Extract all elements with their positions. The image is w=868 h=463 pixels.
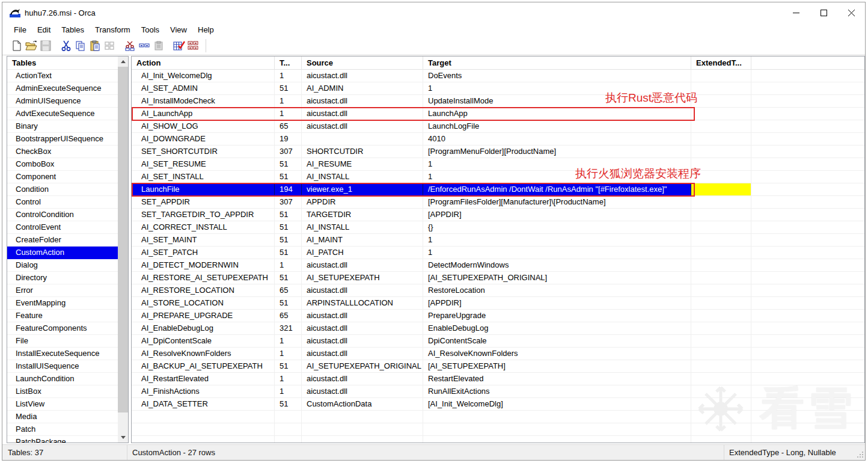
cell-type[interactable]: 194: [275, 183, 302, 195]
cell-target[interactable]: [AI_Init_WelcomeDlg]: [423, 398, 691, 410]
sidebar-item-listbox[interactable]: ListBox: [7, 385, 118, 398]
table-row[interactable]: AI_PREPARE_UPGRADE 65 aicustact.dll Prep…: [132, 310, 864, 322]
cell-source[interactable]: APPDIR: [302, 196, 423, 208]
cell-action[interactable]: AI_BACKUP_AI_SETUPEXEPATH: [132, 360, 275, 372]
cell-type[interactable]: 51: [275, 171, 302, 183]
column-header-action[interactable]: Action: [132, 57, 275, 69]
cell-target[interactable]: DpiContentScale: [423, 335, 691, 347]
cell-source[interactable]: aicustact.dll: [302, 259, 423, 271]
table-row[interactable]: AI_DETECT_MODERNWIN 1 aicustact.dll Dete…: [132, 259, 864, 272]
cell-target[interactable]: RestoreLocation: [423, 284, 691, 296]
cell-extendedtype[interactable]: [691, 108, 751, 120]
cell-target[interactable]: {}: [423, 221, 691, 233]
cell-target[interactable]: RestartElevated: [423, 373, 691, 385]
cell-type[interactable]: 1: [275, 70, 302, 82]
table-row[interactable]: AI_RESTORE_LOCATION 65 aicustact.dll Res…: [132, 284, 864, 297]
cell-target[interactable]: 1: [423, 158, 691, 170]
minimize-button[interactable]: [782, 2, 810, 23]
cell-extendedtype[interactable]: [691, 247, 751, 259]
table-row[interactable]: AI_SET_MAINT 51 AI_MAINT 1: [132, 234, 864, 247]
cell-extendedtype[interactable]: [691, 171, 751, 183]
cell-extendedtype[interactable]: [691, 335, 751, 347]
table-row[interactable]: SET_TARGETDIR_TO_APPDIR 51 TARGETDIR [AP…: [132, 209, 864, 221]
cell-action[interactable]: AI_EnableDebugLog: [132, 322, 275, 334]
cell-target[interactable]: [AI_SETUPEXEPATH_ORIGINAL]: [423, 272, 691, 284]
table-row[interactable]: AI_RESTORE_AI_SETUPEXEPATH 51 AI_SETUPEX…: [132, 272, 864, 284]
cell-target[interactable]: PrepareUpgrade: [423, 310, 691, 322]
sidebar-item-listview[interactable]: ListView: [7, 398, 118, 411]
sidebar-item-createfolder[interactable]: CreateFolder: [7, 234, 118, 247]
cell-type[interactable]: 1: [275, 373, 302, 385]
cell-extendedtype[interactable]: [691, 398, 751, 410]
table-row[interactable]: SET_APPDIR 307 APPDIR [ProgramFilesFolde…: [132, 196, 864, 209]
cell-extendedtype[interactable]: [691, 70, 751, 82]
cell-target[interactable]: LaunchLogFile: [423, 120, 691, 132]
sidebar-item-dialog[interactable]: Dialog: [7, 259, 118, 272]
cell-target[interactable]: 4010: [423, 133, 691, 145]
cell-source[interactable]: AI_PATCH: [302, 247, 423, 259]
cell-source[interactable]: aicustact.dll: [302, 95, 423, 107]
menu-item-tables[interactable]: Tables: [56, 24, 90, 35]
menu-item-tools[interactable]: Tools: [136, 24, 165, 35]
cell-target[interactable]: [ProgramFilesFolder][Manufacturer]\[Prod…: [423, 196, 691, 208]
sidebar-item-controlcondition[interactable]: ControlCondition: [7, 209, 118, 221]
table-row[interactable]: AI_InstallModeCheck 1 aicustact.dll Upda…: [132, 95, 864, 108]
close-button[interactable]: [837, 2, 865, 23]
cell-target[interactable]: [ProgramMenuFolder][ProductName]: [423, 146, 691, 158]
cell-type[interactable]: 307: [275, 196, 302, 208]
cell-type[interactable]: 51: [275, 247, 302, 259]
cell-extendedtype[interactable]: [691, 284, 751, 296]
cell-action[interactable]: AI_SET_MAINT: [132, 234, 275, 246]
menu-item-help[interactable]: Help: [192, 24, 219, 35]
column-header-type[interactable]: T...: [275, 57, 302, 69]
sidebar-item-customaction[interactable]: CustomAction: [7, 247, 118, 259]
cell-source[interactable]: AI_INSTALL: [302, 221, 423, 233]
cell-source[interactable]: AI_SETUPEXEPATH_ORIGINAL: [302, 360, 423, 372]
cell-extendedtype[interactable]: [691, 259, 751, 271]
table-row[interactable]: AI_FinishActions 1 aicustact.dll RunAllE…: [132, 385, 864, 398]
cell-target[interactable]: [APPDIR]: [423, 297, 691, 309]
cell-source[interactable]: AI_ADMIN: [302, 82, 423, 94]
cell-target[interactable]: UpdateInstallMode: [423, 95, 691, 107]
sidebar-scrollbar[interactable]: [118, 57, 128, 443]
cell-action[interactable]: AI_RESTORE_LOCATION: [132, 284, 275, 296]
cell-type[interactable]: 51: [275, 272, 302, 284]
cell-target[interactable]: 1: [423, 234, 691, 246]
cell-target[interactable]: [APPDIR]: [423, 209, 691, 221]
cell-target[interactable]: [423, 423, 691, 435]
cell-extendedtype[interactable]: [691, 133, 751, 145]
sidebar-item-adminuisequence[interactable]: AdminUISequence: [7, 95, 118, 108]
cell-action[interactable]: AI_RESTORE_AI_SETUPEXEPATH: [132, 272, 275, 284]
sidebar-item-launchcondition[interactable]: LaunchCondition: [7, 373, 118, 385]
cell-type[interactable]: [275, 423, 302, 435]
cell-extendedtype[interactable]: [691, 82, 751, 94]
sidebar-item-media[interactable]: Media: [7, 411, 118, 423]
column-header-target[interactable]: Target: [423, 57, 691, 69]
cell-type[interactable]: 1: [275, 108, 302, 120]
sidebar-item-patchpackage[interactable]: PatchPackage: [7, 436, 118, 443]
cell-action[interactable]: AI_SHOW_LOG: [132, 120, 275, 132]
sidebar-item-installuisequence[interactable]: InstallUISequence: [7, 360, 118, 373]
cell-action[interactable]: AI_CORRECT_INSTALL: [132, 221, 275, 233]
maximize-button[interactable]: [810, 2, 837, 23]
sidebar-item-directory[interactable]: Directory: [7, 272, 118, 284]
cell-target[interactable]: DoEvents: [423, 70, 691, 82]
cell-type[interactable]: [275, 436, 302, 443]
menu-item-transform[interactable]: Transform: [90, 24, 136, 35]
cell-extendedtype[interactable]: [691, 209, 751, 221]
cell-action[interactable]: AI_STORE_LOCATION: [132, 297, 275, 309]
cell-type[interactable]: 1: [275, 95, 302, 107]
validate-table-icon[interactable]: [172, 39, 186, 52]
sidebar-item-actiontext[interactable]: ActionText: [7, 70, 118, 82]
cell-source[interactable]: [302, 411, 423, 423]
cell-type[interactable]: 1: [275, 385, 302, 397]
cell-type[interactable]: 51: [275, 158, 302, 170]
cell-extendedtype[interactable]: [691, 158, 751, 170]
cell-source[interactable]: [302, 133, 423, 145]
cell-type[interactable]: 51: [275, 360, 302, 372]
table-row[interactable]: AI_SET_RESUME 51 AI_RESUME 1: [132, 158, 864, 171]
cell-action[interactable]: [132, 411, 275, 423]
cell-target[interactable]: [AI_SETUPEXEPATH]: [423, 360, 691, 372]
menu-item-edit[interactable]: Edit: [32, 24, 56, 35]
table-row[interactable]: AI_DpiContentScale 1 aicustact.dll DpiCo…: [132, 335, 864, 348]
